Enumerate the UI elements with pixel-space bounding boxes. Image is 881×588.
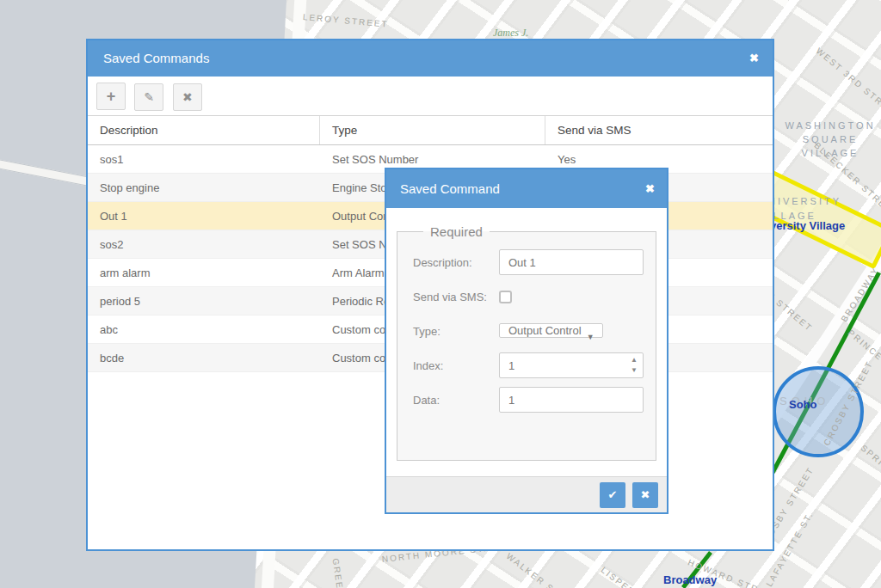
street-label-broadway: BROADWAY xyxy=(839,265,880,323)
geofence-circle-soho[interactable] xyxy=(773,366,864,457)
index-input[interactable] xyxy=(499,352,644,378)
map-canvas[interactable]: LEROY STREET James J. WEST 3RD STREET WA… xyxy=(0,0,881,588)
type-label: Type: xyxy=(413,325,499,338)
saved-commands-header[interactable]: Saved Commands ✖ xyxy=(88,40,773,77)
type-field-row: Type: Output Control ▼ xyxy=(413,318,656,344)
saved-command-form: Required Description: Send via SMS: Type… xyxy=(386,208,667,476)
type-select[interactable]: Output Control ▼ xyxy=(499,323,603,338)
spinner-up-icon[interactable]: ▲ xyxy=(631,355,638,365)
marker-label-broadway[interactable]: Broadway xyxy=(663,573,717,586)
check-icon: ✔ xyxy=(608,488,618,501)
required-fieldset: Required Description: Send via SMS: Type… xyxy=(397,224,656,461)
x-icon: ✖ xyxy=(182,90,193,104)
description-input[interactable] xyxy=(499,249,644,275)
column-header-sms[interactable]: Send via SMS xyxy=(545,116,773,144)
saved-commands-title: Saved Commands xyxy=(103,51,209,65)
description-label: Description: xyxy=(413,256,499,269)
data-input[interactable] xyxy=(499,387,644,413)
send-via-sms-checkbox[interactable] xyxy=(499,291,512,303)
street-label-leroy: LEROY STREET xyxy=(303,12,390,29)
street-label-west-3rd: WEST 3RD STREET xyxy=(814,46,881,121)
column-header-description[interactable]: Description xyxy=(88,116,320,144)
add-command-button[interactable]: + xyxy=(96,83,126,110)
x-icon: ✖ xyxy=(641,488,650,501)
description-field-row: Description: xyxy=(413,249,656,275)
saved-command-title: Saved Command xyxy=(400,181,500,196)
marker-label-soho[interactable]: Soho xyxy=(789,398,817,411)
commands-toolbar: + ✎ ✖ xyxy=(88,77,773,116)
data-field-row: Data: xyxy=(413,387,656,413)
pencil-icon: ✎ xyxy=(145,90,155,104)
cancel-button[interactable]: ✖ xyxy=(632,482,658,508)
saved-command-header[interactable]: Saved Command ✖ xyxy=(386,169,667,208)
commands-table-header: Description Type Send via SMS xyxy=(88,116,773,145)
index-label: Index: xyxy=(413,359,499,372)
delete-command-button[interactable]: ✖ xyxy=(173,83,202,111)
saved-command-dialog: Saved Command ✖ Required Description: Se… xyxy=(385,168,668,514)
plus-icon: + xyxy=(107,88,116,105)
type-select-value: Output Control xyxy=(508,324,582,337)
park-label-james-walker: James J. xyxy=(493,27,528,40)
close-icon[interactable]: ✖ xyxy=(645,169,655,208)
street-label-lispenard: LISPENARD ST xyxy=(600,565,671,588)
number-spinner[interactable]: ▲ ▼ xyxy=(631,355,638,376)
edit-command-button[interactable]: ✎ xyxy=(134,83,163,111)
street-label-spring: SPRING ST xyxy=(859,443,881,490)
send-via-sms-field-row: Send via SMS: xyxy=(413,284,656,309)
send-via-sms-label: Send via SMS: xyxy=(413,291,499,303)
close-icon[interactable]: ✖ xyxy=(749,40,759,77)
data-label: Data: xyxy=(413,394,499,407)
street-label-greenwich: GREENWICH ST xyxy=(331,558,353,588)
required-legend: Required xyxy=(423,224,490,239)
street-label-walker: WALKER STREET xyxy=(505,551,586,588)
saved-command-footer: ✔ ✖ xyxy=(386,476,667,512)
confirm-button[interactable]: ✔ xyxy=(600,482,625,508)
column-header-type[interactable]: Type xyxy=(320,116,545,144)
index-field-row: Index: ▲ ▼ xyxy=(413,352,656,378)
spinner-down-icon[interactable]: ▼ xyxy=(631,365,638,376)
chevron-down-icon: ▼ xyxy=(587,324,595,350)
